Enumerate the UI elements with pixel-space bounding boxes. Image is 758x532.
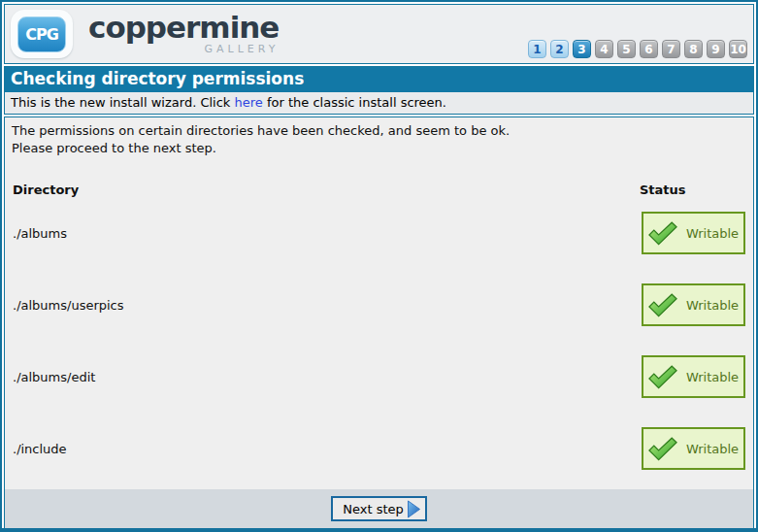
directory-path: ./albums [13,226,642,241]
table-row: ./include Writable [5,413,753,484]
header: CPG coppermine GALLERY 1 2 3 4 5 6 7 8 9… [4,4,754,64]
brand-title: coppermine [88,13,279,43]
status-label: Writable [686,370,739,384]
intro-line-1: The permissions on certain directories h… [12,122,746,140]
status-badge: Writable [642,427,745,470]
step-badge-5: 5 [617,40,636,58]
subtitle-text-prefix: This is the new install wizard. Click [11,95,235,110]
directory-path: ./albums/userpics [13,298,642,313]
step-badge-1: 1 [528,40,546,58]
classic-install-link[interactable]: here [235,95,263,110]
wizard-title-box: Checking directory permissions This is t… [4,66,754,115]
status-badge: Writable [642,283,745,326]
next-step-label: Next step [343,502,404,516]
status-badge: Writable [642,212,745,254]
intro-text: The permissions on certain directories h… [5,117,753,157]
step-badge-9: 9 [707,40,725,58]
cpg-logo-icon: CPG [17,17,66,52]
status-label: Writable [686,298,739,313]
table-row: ./albums Writable [5,197,753,269]
column-header-directory: Directory [13,183,640,197]
content-area: The permissions on certain directories h… [4,116,754,528]
step-badge-3: 3 [573,40,591,58]
column-header-status: Status [640,183,743,197]
wizard-subtitle: This is the new install wizard. Click he… [5,92,753,114]
table-row: ./albums/userpics Writable [5,269,753,341]
install-wizard-page: CPG coppermine GALLERY 1 2 3 4 5 6 7 8 9… [0,0,758,532]
wizard-step-indicator: 1 2 3 4 5 6 7 8 9 10 [528,40,747,58]
status-label: Writable [686,442,739,456]
next-step-button[interactable]: Next step [331,496,427,521]
check-icon [648,293,677,317]
subtitle-text-suffix: for the classic install screen. [263,95,446,110]
step-badge-8: 8 [684,40,703,58]
coppermine-logo: CPG [11,10,73,58]
step-badge-10: 10 [729,40,747,58]
check-icon [648,221,677,246]
page-title: Checking directory permissions [5,67,753,92]
brand-wordmark: coppermine GALLERY [88,13,279,55]
next-arrow-icon [407,500,421,518]
directory-path: ./albums/edit [13,370,642,384]
table-row: ./albums/edit Writable [5,341,753,413]
intro-line-2: Please proceed to the next step. [12,140,746,157]
footer-bar: Next step [5,489,753,528]
step-badge-7: 7 [662,40,680,58]
status-badge: Writable [642,355,745,398]
check-icon [648,437,677,461]
status-label: Writable [686,226,739,241]
table-header: Directory Status [5,183,753,197]
check-icon [648,365,677,389]
step-badge-2: 2 [550,40,569,58]
step-badge-4: 4 [595,40,613,58]
permission-rows: ./albums Writable ./albums/userpics [5,197,753,484]
directory-path: ./include [13,442,642,456]
step-badge-6: 6 [640,40,658,58]
